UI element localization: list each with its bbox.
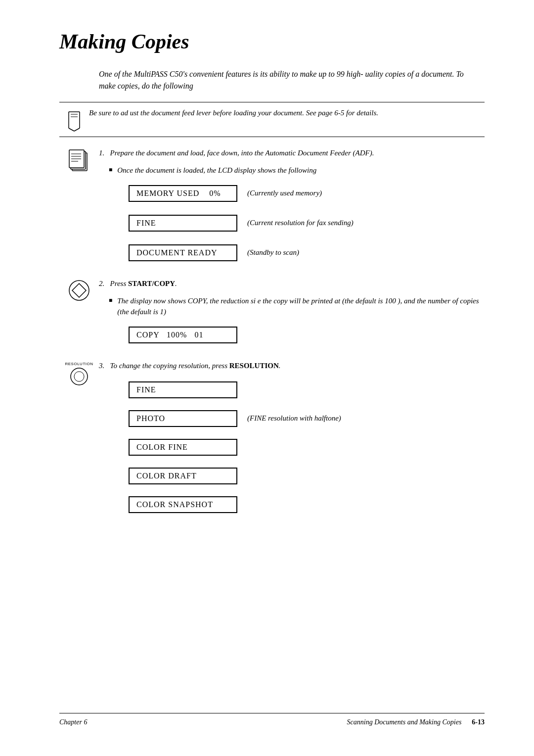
resolution-color-snapshot-row: COLOR SNAPSHOT xyxy=(129,492,485,517)
papers-icon xyxy=(59,147,99,174)
resolution-photo-display: PHOTO xyxy=(129,410,237,427)
lcd-copy-display: COPY 100% 01 xyxy=(129,327,237,343)
intro-text: One of the MultiPASS C50's convenient fe… xyxy=(99,68,470,92)
step-3-text: 3. To change the copying resolution, pre… xyxy=(99,360,485,372)
resolution-color-fine-row: COLOR FINE xyxy=(129,435,485,460)
diamond-button-icon xyxy=(59,278,99,302)
step-1-bullet: ■ Once the document is loaded, the LCD d… xyxy=(109,165,485,176)
steps-section: 1. Prepare the document and load, face d… xyxy=(59,147,485,521)
lcd-ready-note: (Standby to scan) xyxy=(247,248,299,257)
step-2-row: 2. Press START/COPY. ■ The display now s… xyxy=(59,278,485,352)
lcd-fine-display: FINE xyxy=(129,215,237,232)
resolution-photo-row: PHOTO (FINE resolution with halftone) xyxy=(129,406,485,431)
lcd-memory-note: (Currently used memory) xyxy=(247,189,322,197)
footer: Chapter 6 Scanning Documents and Making … xyxy=(59,713,485,726)
lcd-memory-row: MEMORY USED 0% (Currently used memory) xyxy=(129,181,485,206)
resolution-color-fine-display: COLOR FINE xyxy=(129,439,237,456)
svg-line-4 xyxy=(74,128,80,131)
footer-center-text: Scanning Documents and Making Copies xyxy=(347,718,462,726)
page: Making Copies One of the MultiPASS C50's… xyxy=(0,0,534,756)
page-title: Making Copies xyxy=(59,30,485,53)
footer-chapter: Chapter 6 xyxy=(59,718,87,726)
resolution-color-snapshot-display: COLOR SNAPSHOT xyxy=(129,496,237,513)
resolution-photo-note: (FINE resolution with halftone) xyxy=(247,414,341,423)
step-1-text: 1. Prepare the document and load, face d… xyxy=(99,147,485,159)
resolution-options: FINE PHOTO (FINE resolution with halfton… xyxy=(129,378,485,517)
note-text: Be sure to ad ust the document feed leve… xyxy=(89,107,485,119)
step-1-row: 1. Prepare the document and load, face d… xyxy=(59,147,485,270)
pencil-icon xyxy=(59,107,89,132)
lcd-fine-row: FINE (Current resolution for fax sending… xyxy=(129,211,485,236)
resolution-label-text: RESOLUTION xyxy=(65,362,93,366)
step-3-number: 3. xyxy=(99,362,108,370)
svg-point-16 xyxy=(71,368,88,385)
step-1-content: 1. Prepare the document and load, face d… xyxy=(99,147,485,270)
lcd-ready-display: DOCUMENT READY xyxy=(129,244,237,261)
step-2-bullet: ■ The display now shows COPY, the reduct… xyxy=(109,295,485,318)
resolution-color-draft-display: COLOR DRAFT xyxy=(129,468,237,484)
step-2-text: 2. Press START/COPY. xyxy=(99,278,485,289)
lcd-memory-display: MEMORY USED 0% xyxy=(129,185,237,202)
step-1-number: 1. xyxy=(99,149,108,157)
footer-page-number: 6-13 xyxy=(472,718,485,726)
resolution-button-icon: RESOLUTION xyxy=(59,360,99,388)
bullet-symbol: ■ xyxy=(109,166,112,174)
resolution-fine-display: FINE xyxy=(129,381,237,398)
footer-page-info: Scanning Documents and Making Copies 6-1… xyxy=(347,718,485,726)
svg-line-3 xyxy=(69,128,74,131)
svg-point-17 xyxy=(74,372,84,381)
lcd-fine-note: (Current resolution for fax sending) xyxy=(247,219,354,227)
bullet-symbol-2: ■ xyxy=(109,297,112,304)
note-row: Be sure to ad ust the document feed leve… xyxy=(59,102,485,137)
step-3-row: RESOLUTION 3. To change the copying reso… xyxy=(59,360,485,521)
resolution-fine-row: FINE xyxy=(129,378,485,402)
lcd-ready-row: DOCUMENT READY (Standby to scan) xyxy=(129,240,485,265)
step-2-number: 2. xyxy=(99,280,108,287)
svg-marker-15 xyxy=(72,284,86,297)
step-2-content: 2. Press START/COPY. ■ The display now s… xyxy=(99,278,485,352)
step-3-content: 3. To change the copying resolution, pre… xyxy=(99,360,485,521)
lcd-copy-row: COPY 100% 01 xyxy=(129,323,485,347)
resolution-color-draft-row: COLOR DRAFT xyxy=(129,464,485,488)
